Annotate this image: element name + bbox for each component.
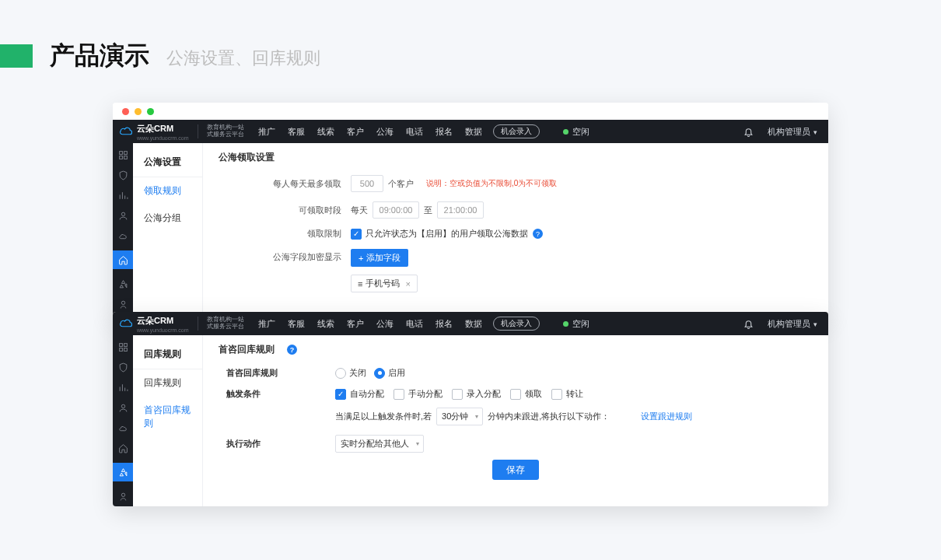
chk-claim[interactable] [510, 389, 521, 400]
logo-url: www.yunduocrm.com [137, 135, 189, 141]
rail-person-icon[interactable] [117, 491, 128, 502]
subnav-return-rules[interactable]: 回库规则 [133, 369, 202, 397]
nav-promo[interactable]: 推广 [258, 318, 275, 330]
nav-publicpool[interactable]: 公海 [376, 318, 394, 330]
nav-data[interactable]: 数据 [465, 318, 482, 330]
content-area: 首咨回库规则 ? 首咨回库规则 关闭 启用 触发条件 [203, 335, 828, 506]
label-off: 关闭 [349, 367, 366, 379]
nav-customers[interactable]: 客户 [347, 126, 364, 138]
rail-cloud-icon[interactable] [117, 422, 128, 433]
rail-recycle-icon[interactable] [113, 463, 133, 481]
help-icon[interactable]: ? [533, 229, 543, 239]
svg-point-4 [121, 212, 124, 215]
opportunity-entry-button[interactable]: 机会录入 [493, 124, 540, 138]
rail-user-icon[interactable] [117, 402, 128, 413]
slide-subtitle: 公海设置、回库规则 [166, 47, 320, 70]
user-menu[interactable]: 机构管理员 [768, 318, 817, 330]
help-icon[interactable]: ? [287, 345, 297, 355]
status-dot-icon [563, 129, 568, 135]
nav-phone[interactable]: 电话 [406, 126, 423, 138]
row-trigger: 触发条件 自动分配 手动分配 录入分配 领取 转让 当满足以上触发条件时,若 3… [219, 388, 813, 425]
chk-manual-assign[interactable] [394, 389, 404, 400]
slide-header: 产品演示 公海设置、回库规则 [0, 0, 941, 103]
checkbox-only-enabled[interactable] [351, 229, 362, 240]
subnav-first-consult-rules[interactable]: 首咨回库规则 [133, 397, 202, 437]
bell-icon[interactable] [743, 127, 754, 137]
status-indicator[interactable]: 空闲 [563, 318, 589, 330]
rail-analytics-icon[interactable] [117, 190, 128, 201]
rail-analytics-icon[interactable] [117, 382, 128, 393]
svg-rect-7 [124, 343, 127, 346]
nav-signup[interactable]: 报名 [436, 318, 453, 330]
svg-rect-3 [124, 156, 127, 159]
content-area: 公海领取设置 每人每天最多领取 个客户 说明：空或负值为不限制,0为不可领取 可… [203, 143, 828, 320]
row-action: 执行动作 实时分配给其他人 [219, 435, 813, 453]
rail-person-icon[interactable] [117, 299, 128, 310]
label-timewindow: 可领取时段 [219, 205, 351, 216]
nav-data[interactable]: 数据 [465, 126, 482, 138]
nav-signup[interactable]: 报名 [436, 126, 453, 138]
add-field-button[interactable]: +添加字段 [351, 249, 408, 267]
rail-cloud-icon[interactable] [117, 230, 128, 241]
label-encrypt: 公海字段加密显示 [219, 249, 351, 263]
rail-shield-icon[interactable] [117, 362, 128, 373]
nav-leads[interactable]: 线索 [317, 318, 334, 330]
logo-text: 云朵CRM [137, 124, 173, 133]
subnav: 公海设置 领取规则 公海分组 [133, 143, 203, 320]
label-daily: 每天 [351, 205, 368, 216]
chip-remove-icon[interactable]: × [405, 279, 410, 289]
nav-service[interactable]: 客服 [288, 126, 305, 138]
status-dot-icon [563, 321, 568, 327]
select-minutes[interactable]: 30分钟 [436, 408, 483, 425]
cloud-logo-icon [119, 126, 133, 137]
input-max-claim[interactable] [351, 175, 383, 192]
chk-auto-assign[interactable] [335, 389, 346, 400]
nav-publicpool[interactable]: 公海 [376, 126, 394, 138]
logo-block[interactable]: 云朵CRM www.yunduocrm.com 教育机构一站式服务云平台 [113, 315, 250, 333]
text-condition-pre: 当满足以上触发条件时,若 [335, 411, 432, 422]
label-trigger: 触发条件 [219, 388, 312, 400]
user-menu[interactable]: 机构管理员 [768, 126, 817, 138]
rail-user-icon[interactable] [117, 210, 128, 221]
radio-on[interactable] [374, 368, 385, 379]
rail-home-icon[interactable] [117, 443, 128, 453]
subnav-title: 公海设置 [133, 148, 202, 177]
screenshot-return-rules: 云朵CRM www.yunduocrm.com 教育机构一站式服务云平台 推广 … [113, 312, 828, 506]
subnav-claim-rules[interactable]: 领取规则 [133, 177, 202, 205]
nav-customers[interactable]: 客户 [347, 318, 364, 330]
rail-shield-icon[interactable] [117, 170, 128, 180]
save-button[interactable]: 保存 [492, 460, 539, 480]
drag-handle-icon: ≡ [358, 279, 362, 289]
nav-phone[interactable]: 电话 [406, 318, 423, 330]
nav-service[interactable]: 客服 [288, 318, 305, 330]
radio-off[interactable] [335, 368, 346, 379]
svg-point-10 [121, 404, 124, 408]
rail-recycle-icon[interactable] [117, 278, 128, 289]
opportunity-entry-button[interactable]: 机会录入 [493, 317, 540, 331]
svg-rect-2 [119, 156, 122, 159]
chk-input-assign[interactable] [452, 389, 463, 400]
chk-transfer[interactable] [551, 389, 562, 400]
text-condition-mid: 分钟内未跟进,将执行以下动作： [488, 411, 610, 422]
logo-subtitle: 教育机构一站式服务云平台 [207, 124, 244, 138]
input-time-from[interactable] [373, 201, 419, 219]
screenshot-public-pool-settings: 云朵CRM www.yunduocrm.com 教育机构一站式服务云平台 推广 … [113, 103, 828, 320]
logo-block[interactable]: 云朵CRM www.yunduocrm.com 教育机构一站式服务云平台 [113, 123, 250, 141]
section-title: 首咨回库规则 ? [219, 343, 813, 356]
topnav: 推广 客服 线索 客户 公海 电话 报名 数据 [250, 126, 482, 138]
nav-leads[interactable]: 线索 [317, 126, 334, 138]
chip-phone[interactable]: ≡手机号码× [351, 275, 418, 292]
slide-title: 产品演示 [50, 39, 149, 73]
subnav-pool-groups[interactable]: 公海分组 [133, 205, 202, 232]
select-action[interactable]: 实时分配给其他人 [335, 435, 424, 453]
subnav: 回库规则 回库规则 首咨回库规则 [133, 335, 203, 506]
nav-promo[interactable]: 推广 [258, 126, 275, 138]
rail-home-icon[interactable] [113, 250, 133, 269]
link-followup-rules[interactable]: 设置跟进规则 [641, 411, 692, 422]
bell-icon[interactable] [743, 319, 754, 329]
rail-dashboard-icon[interactable] [117, 341, 128, 352]
subnav-title: 回库规则 [133, 340, 202, 369]
rail-dashboard-icon[interactable] [117, 149, 128, 160]
input-time-to[interactable] [437, 201, 484, 219]
status-indicator[interactable]: 空闲 [563, 126, 589, 138]
